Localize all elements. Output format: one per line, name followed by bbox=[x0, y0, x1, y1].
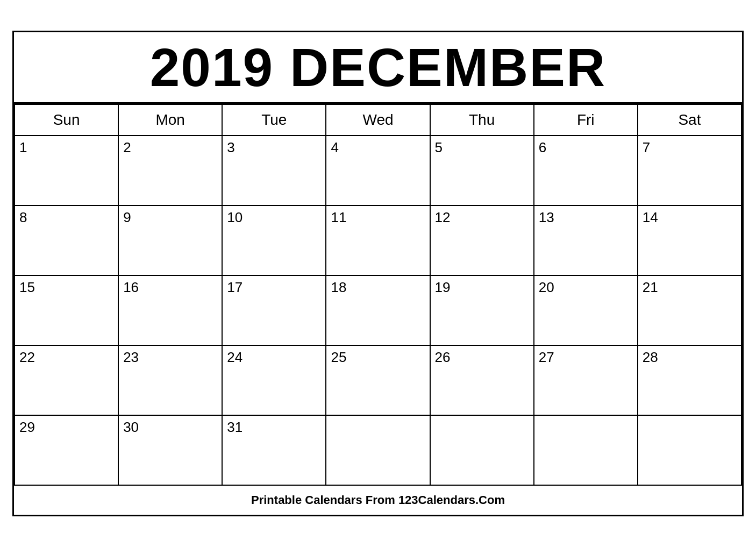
day-cell bbox=[430, 415, 534, 485]
day-cell bbox=[326, 415, 430, 485]
day-number: 11 bbox=[331, 209, 425, 226]
day-cell: 9 bbox=[118, 205, 222, 275]
calendar-table: SunMonTueWedThuFriSat 123456789101112131… bbox=[14, 104, 742, 486]
day-number: 12 bbox=[435, 209, 529, 226]
day-cell: 3 bbox=[222, 136, 326, 205]
weekday-header-thu: Thu bbox=[430, 104, 534, 136]
day-cell: 18 bbox=[326, 275, 430, 345]
day-cell: 6 bbox=[534, 136, 638, 205]
week-row-5: 293031 bbox=[15, 415, 741, 485]
day-cell: 1 bbox=[15, 136, 118, 205]
day-cell: 25 bbox=[326, 345, 430, 415]
weekday-header-row: SunMonTueWedThuFriSat bbox=[15, 104, 741, 136]
day-cell: 5 bbox=[430, 136, 534, 205]
day-number: 7 bbox=[643, 139, 737, 156]
day-number: 4 bbox=[331, 139, 425, 156]
day-number: 6 bbox=[539, 139, 633, 156]
day-cell: 12 bbox=[430, 205, 534, 275]
day-number: 5 bbox=[435, 139, 529, 156]
day-cell: 23 bbox=[118, 345, 222, 415]
day-cell bbox=[534, 415, 638, 485]
day-number: 3 bbox=[227, 139, 321, 156]
day-number: 20 bbox=[539, 279, 633, 296]
day-number: 28 bbox=[643, 349, 737, 366]
day-cell: 26 bbox=[430, 345, 534, 415]
day-number: 31 bbox=[227, 419, 321, 436]
day-number: 23 bbox=[123, 349, 217, 366]
day-number: 26 bbox=[435, 349, 529, 366]
day-number: 16 bbox=[123, 279, 217, 296]
day-number: 13 bbox=[539, 209, 633, 226]
day-number: 8 bbox=[19, 209, 113, 226]
footer-text: Printable Calendars From bbox=[251, 493, 398, 507]
day-cell: 15 bbox=[15, 275, 118, 345]
day-cell: 19 bbox=[430, 275, 534, 345]
day-cell: 29 bbox=[15, 415, 118, 485]
day-cell: 30 bbox=[118, 415, 222, 485]
day-number: 25 bbox=[331, 349, 425, 366]
calendar-footer: Printable Calendars From 123Calendars.Co… bbox=[14, 486, 742, 515]
day-number: 18 bbox=[331, 279, 425, 296]
footer-brand: 123Calendars.Com bbox=[398, 493, 505, 507]
day-cell bbox=[638, 415, 741, 485]
day-number: 15 bbox=[19, 279, 113, 296]
day-number: 29 bbox=[19, 419, 113, 436]
day-number: 2 bbox=[123, 139, 217, 156]
day-cell: 21 bbox=[638, 275, 741, 345]
day-cell: 14 bbox=[638, 205, 741, 275]
weekday-header-wed: Wed bbox=[326, 104, 430, 136]
weekday-header-sun: Sun bbox=[15, 104, 118, 136]
day-number: 1 bbox=[19, 139, 113, 156]
week-row-2: 891011121314 bbox=[15, 205, 741, 275]
day-cell: 10 bbox=[222, 205, 326, 275]
day-number: 27 bbox=[539, 349, 633, 366]
day-cell: 11 bbox=[326, 205, 430, 275]
day-cell: 28 bbox=[638, 345, 741, 415]
calendar: 2019 DECEMBER SunMonTueWedThuFriSat 1234… bbox=[12, 31, 744, 516]
weekday-header-sat: Sat bbox=[638, 104, 741, 136]
day-cell: 16 bbox=[118, 275, 222, 345]
day-number: 24 bbox=[227, 349, 321, 366]
weekday-header-fri: Fri bbox=[534, 104, 638, 136]
day-cell: 13 bbox=[534, 205, 638, 275]
day-number: 19 bbox=[435, 279, 529, 296]
day-number: 17 bbox=[227, 279, 321, 296]
day-cell: 31 bbox=[222, 415, 326, 485]
day-cell: 4 bbox=[326, 136, 430, 205]
day-cell: 27 bbox=[534, 345, 638, 415]
day-cell: 22 bbox=[15, 345, 118, 415]
day-cell: 8 bbox=[15, 205, 118, 275]
day-cell: 20 bbox=[534, 275, 638, 345]
day-number: 10 bbox=[227, 209, 321, 226]
week-row-1: 1234567 bbox=[15, 136, 741, 205]
weekday-header-tue: Tue bbox=[222, 104, 326, 136]
week-row-4: 22232425262728 bbox=[15, 345, 741, 415]
weekday-header-mon: Mon bbox=[118, 104, 222, 136]
calendar-title: 2019 DECEMBER bbox=[14, 32, 742, 104]
day-number: 21 bbox=[643, 279, 737, 296]
day-number: 9 bbox=[123, 209, 217, 226]
day-cell: 7 bbox=[638, 136, 741, 205]
day-cell: 17 bbox=[222, 275, 326, 345]
day-cell: 2 bbox=[118, 136, 222, 205]
week-row-3: 15161718192021 bbox=[15, 275, 741, 345]
day-number: 22 bbox=[19, 349, 113, 366]
day-number: 30 bbox=[123, 419, 217, 436]
day-number: 14 bbox=[643, 209, 737, 226]
day-cell: 24 bbox=[222, 345, 326, 415]
